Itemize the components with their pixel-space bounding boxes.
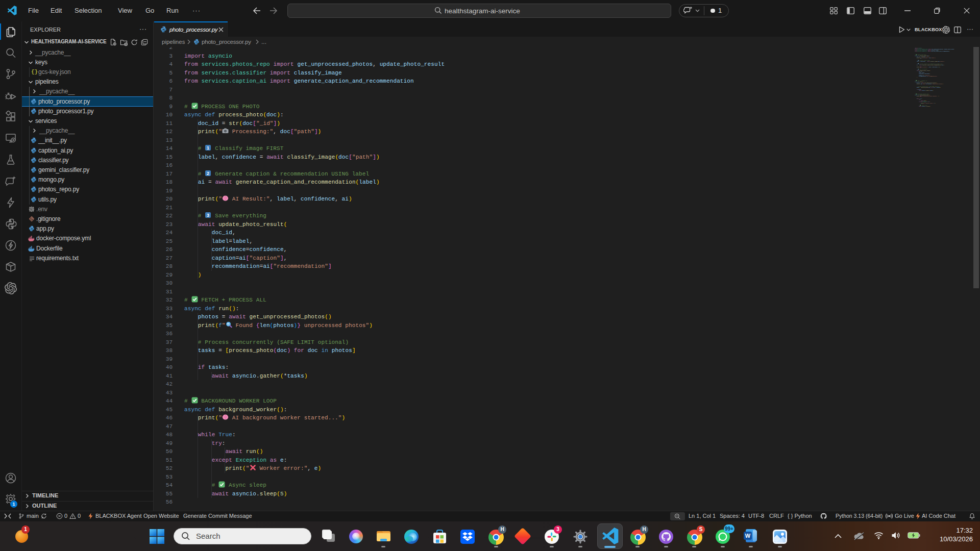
svg-text:3: 3 [207,213,209,218]
svg-text:1: 1 [207,145,209,151]
svg-text:2: 2 [207,171,209,176]
